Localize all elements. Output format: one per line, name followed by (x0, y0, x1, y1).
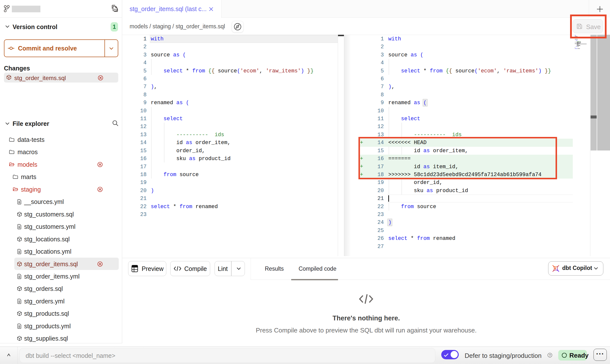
svg-text:?: ? (549, 354, 551, 357)
